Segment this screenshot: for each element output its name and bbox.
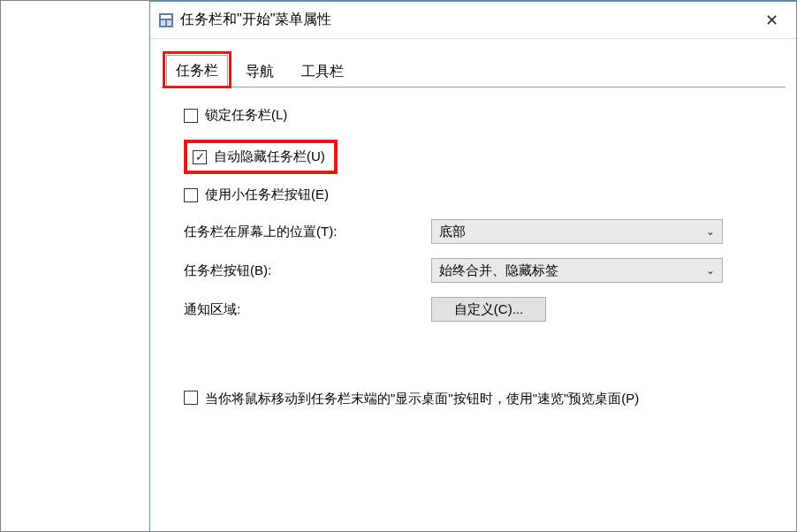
checkbox-small-buttons[interactable] xyxy=(184,188,198,202)
checkbox-lock-taskbar[interactable] xyxy=(184,109,198,123)
row-lock-taskbar: 锁定任务栏(L) xyxy=(184,107,771,124)
chevron-down-icon: ⌄ xyxy=(706,264,715,277)
properties-dialog: 任务栏和"开始"菜单属性 ✕ 任务栏 导航 工具栏 锁定任务栏(L) xyxy=(149,1,796,531)
customize-button[interactable]: 自定义(C)... xyxy=(431,297,546,322)
chevron-down-icon: ⌄ xyxy=(706,225,715,238)
window-icon xyxy=(159,13,173,27)
label-small-buttons[interactable]: 使用小任务栏按钮(E) xyxy=(205,186,329,203)
row-notification-area: 通知区域: 自定义(C)... xyxy=(184,297,771,322)
checkmark-icon: ✓ xyxy=(195,151,205,163)
title-bar: 任务栏和"开始"菜单属性 ✕ xyxy=(150,2,796,39)
row-taskbar-position: 任务栏在屏幕上的位置(T): 底部 ⌄ xyxy=(184,219,771,244)
label-notification-area: 通知区域: xyxy=(184,301,431,318)
select-taskbar-buttons-value: 始终合并、隐藏标签 xyxy=(439,262,558,279)
tab-taskbar[interactable]: 任务栏 xyxy=(166,55,228,87)
row-small-buttons: 使用小任务栏按钮(E) xyxy=(184,186,771,203)
svg-rect-1 xyxy=(161,15,171,19)
svg-rect-3 xyxy=(167,20,171,26)
select-taskbar-buttons[interactable]: 始终合并、隐藏标签 ⌄ xyxy=(431,258,723,283)
highlight-autohide-annotation: ✓ 自动隐藏任务栏(U) xyxy=(184,140,338,174)
checkbox-peek-preview[interactable] xyxy=(184,391,198,405)
label-lock-taskbar[interactable]: 锁定任务栏(L) xyxy=(205,107,287,124)
tab-taskbar-label: 任务栏 xyxy=(176,62,218,80)
label-taskbar-buttons: 任务栏按钮(B): xyxy=(184,262,431,279)
select-taskbar-position[interactable]: 底部 ⌄ xyxy=(431,219,723,244)
tab-navigation-label: 导航 xyxy=(246,63,274,81)
tab-toolbars-label: 工具栏 xyxy=(301,63,344,81)
tab-toolbars[interactable]: 工具栏 xyxy=(293,57,352,87)
label-taskbar-position: 任务栏在屏幕上的位置(T): xyxy=(184,224,431,240)
row-peek-preview: 当你将鼠标移动到任务栏末端的"显示桌面"按钮时，使用"速览"预览桌面(P) xyxy=(184,391,771,407)
customize-button-label: 自定义(C)... xyxy=(454,301,523,318)
window-title: 任务栏和"开始"菜单属性 xyxy=(180,11,331,29)
close-icon: ✕ xyxy=(765,11,778,30)
checkbox-autohide-taskbar[interactable]: ✓ xyxy=(193,150,207,164)
tab-content: 锁定任务栏(L) ✓ 自动隐藏任务栏(U) 使用小任务栏按钮(E) 任务栏在屏幕… xyxy=(150,87,796,407)
tab-navigation[interactable]: 导航 xyxy=(237,57,283,87)
close-button[interactable]: ✕ xyxy=(747,2,796,38)
svg-rect-2 xyxy=(161,20,165,26)
label-autohide-taskbar[interactable]: 自动隐藏任务栏(U) xyxy=(214,148,325,165)
row-taskbar-buttons: 任务栏按钮(B): 始终合并、隐藏标签 ⌄ xyxy=(184,258,771,283)
label-peek-preview[interactable]: 当你将鼠标移动到任务栏末端的"显示桌面"按钮时，使用"速览"预览桌面(P) xyxy=(205,391,639,407)
select-taskbar-position-value: 底部 xyxy=(439,224,466,240)
tab-strip: 任务栏 导航 工具栏 xyxy=(161,55,786,87)
viewport: 任务栏和"开始"菜单属性 ✕ 任务栏 导航 工具栏 锁定任务栏(L) xyxy=(0,0,797,532)
